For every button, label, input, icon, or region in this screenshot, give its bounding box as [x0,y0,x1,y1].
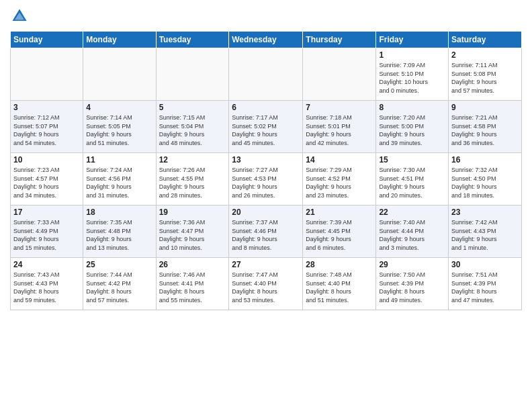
calendar-cell: 7Sunrise: 7:18 AM Sunset: 5:01 PM Daylig… [303,101,376,153]
weekday-header-tuesday: Tuesday [156,32,229,48]
day-number: 2 [451,50,519,60]
day-info: Sunrise: 7:36 AM Sunset: 4:47 PM Dayligh… [159,218,226,252]
calendar-cell: 16Sunrise: 7:32 AM Sunset: 4:50 PM Dayli… [449,153,522,205]
day-info: Sunrise: 7:40 AM Sunset: 4:44 PM Dayligh… [379,218,445,252]
day-info: Sunrise: 7:12 AM Sunset: 5:07 PM Dayligh… [13,113,80,147]
weekday-header-thursday: Thursday [303,32,376,48]
day-info: Sunrise: 7:23 AM Sunset: 4:57 PM Dayligh… [13,166,80,199]
day-info: Sunrise: 7:46 AM Sunset: 4:41 PM Dayligh… [159,271,226,304]
page-header [10,7,522,26]
calendar-cell: 12Sunrise: 7:26 AM Sunset: 4:55 PM Dayli… [156,153,229,205]
weekday-header-saturday: Saturday [449,32,522,48]
logo-icon [10,7,29,26]
day-info: Sunrise: 7:39 AM Sunset: 4:45 PM Dayligh… [306,218,373,252]
day-number: 1 [379,50,445,60]
day-info: Sunrise: 7:24 AM Sunset: 4:56 PM Dayligh… [86,166,152,199]
day-info: Sunrise: 7:20 AM Sunset: 5:00 PM Dayligh… [379,113,445,147]
calendar-cell: 10Sunrise: 7:23 AM Sunset: 4:57 PM Dayli… [11,153,83,205]
day-number: 21 [306,208,373,217]
weekday-header-friday: Friday [376,32,449,48]
day-info: Sunrise: 7:18 AM Sunset: 5:01 PM Dayligh… [306,113,373,147]
calendar-cell: 3Sunrise: 7:12 AM Sunset: 5:07 PM Daylig… [11,101,83,153]
day-info: Sunrise: 7:29 AM Sunset: 4:52 PM Dayligh… [306,166,373,199]
day-info: Sunrise: 7:32 AM Sunset: 4:50 PM Dayligh… [451,166,519,199]
calendar-cell: 1Sunrise: 7:09 AM Sunset: 5:10 PM Daylig… [376,48,449,101]
calendar-cell: 22Sunrise: 7:40 AM Sunset: 4:44 PM Dayli… [376,205,449,258]
day-info: Sunrise: 7:44 AM Sunset: 4:42 PM Dayligh… [86,271,152,304]
day-info: Sunrise: 7:09 AM Sunset: 5:10 PM Dayligh… [379,61,445,95]
weekday-header-wednesday: Wednesday [229,32,303,48]
day-info: Sunrise: 7:30 AM Sunset: 4:51 PM Dayligh… [379,166,445,199]
day-info: Sunrise: 7:27 AM Sunset: 4:53 PM Dayligh… [232,166,300,199]
page-container: SundayMondayTuesdayWednesdayThursdayFrid… [0,0,532,411]
calendar-header-row: SundayMondayTuesdayWednesdayThursdayFrid… [11,32,522,48]
day-number: 19 [159,208,226,217]
day-number: 18 [86,208,152,217]
day-number: 11 [86,155,152,165]
calendar-week-row: 1Sunrise: 7:09 AM Sunset: 5:10 PM Daylig… [11,48,522,101]
day-number: 27 [232,260,300,269]
calendar-cell: 17Sunrise: 7:33 AM Sunset: 4:49 PM Dayli… [11,205,83,258]
day-number: 26 [159,260,226,269]
calendar-cell [83,48,156,101]
day-info: Sunrise: 7:11 AM Sunset: 5:08 PM Dayligh… [451,61,519,95]
day-info: Sunrise: 7:47 AM Sunset: 4:40 PM Dayligh… [232,271,300,304]
calendar-cell: 11Sunrise: 7:24 AM Sunset: 4:56 PM Dayli… [83,153,156,205]
calendar-week-row: 17Sunrise: 7:33 AM Sunset: 4:49 PM Dayli… [11,205,522,258]
calendar-cell: 29Sunrise: 7:50 AM Sunset: 4:39 PM Dayli… [376,258,449,310]
day-number: 7 [306,103,373,112]
day-number: 4 [86,103,152,112]
day-info: Sunrise: 7:37 AM Sunset: 4:46 PM Dayligh… [232,218,300,252]
logo [10,7,32,26]
day-number: 16 [451,155,519,165]
day-info: Sunrise: 7:48 AM Sunset: 4:40 PM Dayligh… [306,271,373,304]
day-number: 30 [451,260,519,269]
weekday-header-monday: Monday [83,32,156,48]
calendar-table: SundayMondayTuesdayWednesdayThursdayFrid… [10,31,522,310]
day-number: 23 [451,208,519,217]
day-info: Sunrise: 7:43 AM Sunset: 4:43 PM Dayligh… [13,271,80,304]
calendar-cell: 18Sunrise: 7:35 AM Sunset: 4:48 PM Dayli… [83,205,156,258]
day-number: 6 [232,103,300,112]
day-info: Sunrise: 7:26 AM Sunset: 4:55 PM Dayligh… [159,166,226,199]
day-info: Sunrise: 7:15 AM Sunset: 5:04 PM Dayligh… [159,113,226,147]
calendar-week-row: 24Sunrise: 7:43 AM Sunset: 4:43 PM Dayli… [11,258,522,310]
calendar-cell: 24Sunrise: 7:43 AM Sunset: 4:43 PM Dayli… [11,258,83,310]
day-number: 24 [13,260,80,269]
calendar-cell: 30Sunrise: 7:51 AM Sunset: 4:39 PM Dayli… [449,258,522,310]
day-info: Sunrise: 7:42 AM Sunset: 4:43 PM Dayligh… [451,218,519,252]
calendar-cell: 15Sunrise: 7:30 AM Sunset: 4:51 PM Dayli… [376,153,449,205]
calendar-cell: 6Sunrise: 7:17 AM Sunset: 5:02 PM Daylig… [229,101,303,153]
day-number: 22 [379,208,445,217]
calendar-cell: 26Sunrise: 7:46 AM Sunset: 4:41 PM Dayli… [156,258,229,310]
calendar-cell: 27Sunrise: 7:47 AM Sunset: 4:40 PM Dayli… [229,258,303,310]
day-info: Sunrise: 7:35 AM Sunset: 4:48 PM Dayligh… [86,218,152,252]
calendar-cell: 9Sunrise: 7:21 AM Sunset: 4:58 PM Daylig… [449,101,522,153]
calendar-cell [229,48,303,101]
day-info: Sunrise: 7:14 AM Sunset: 5:05 PM Dayligh… [86,113,152,147]
calendar-cell: 23Sunrise: 7:42 AM Sunset: 4:43 PM Dayli… [449,205,522,258]
day-number: 15 [379,155,445,165]
calendar-cell [156,48,229,101]
day-number: 5 [159,103,226,112]
calendar-week-row: 3Sunrise: 7:12 AM Sunset: 5:07 PM Daylig… [11,101,522,153]
calendar-cell: 25Sunrise: 7:44 AM Sunset: 4:42 PM Dayli… [83,258,156,310]
calendar-cell [303,48,376,101]
day-info: Sunrise: 7:33 AM Sunset: 4:49 PM Dayligh… [13,218,80,252]
calendar-cell [11,48,83,101]
calendar-cell: 14Sunrise: 7:29 AM Sunset: 4:52 PM Dayli… [303,153,376,205]
day-info: Sunrise: 7:17 AM Sunset: 5:02 PM Dayligh… [232,113,300,147]
calendar-cell: 28Sunrise: 7:48 AM Sunset: 4:40 PM Dayli… [303,258,376,310]
weekday-header-sunday: Sunday [11,32,83,48]
day-number: 29 [379,260,445,269]
calendar-cell: 4Sunrise: 7:14 AM Sunset: 5:05 PM Daylig… [83,101,156,153]
day-number: 28 [306,260,373,269]
day-info: Sunrise: 7:51 AM Sunset: 4:39 PM Dayligh… [451,271,519,304]
day-number: 8 [379,103,445,112]
day-info: Sunrise: 7:50 AM Sunset: 4:39 PM Dayligh… [379,271,445,304]
calendar-cell: 21Sunrise: 7:39 AM Sunset: 4:45 PM Dayli… [303,205,376,258]
day-number: 9 [451,103,519,112]
calendar-cell: 13Sunrise: 7:27 AM Sunset: 4:53 PM Dayli… [229,153,303,205]
day-number: 10 [13,155,80,165]
day-number: 25 [86,260,152,269]
